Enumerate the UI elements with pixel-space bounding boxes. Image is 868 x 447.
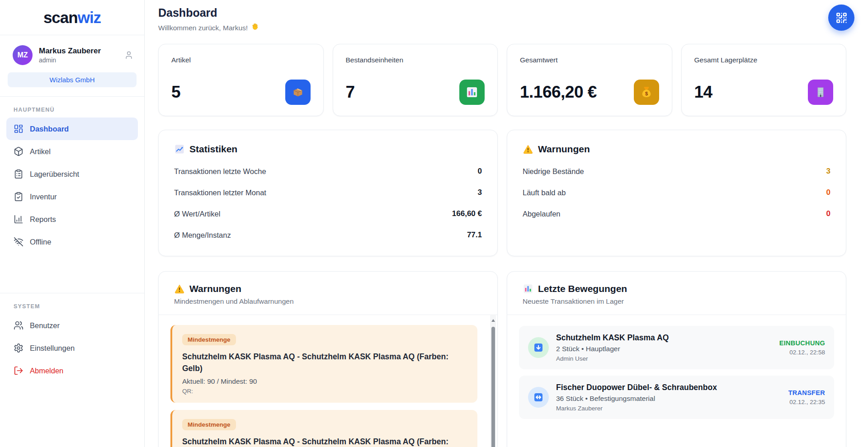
logout-icon bbox=[14, 366, 24, 376]
clipboard-list-icon bbox=[14, 169, 24, 179]
stat-card-bestandseinheiten: Bestandseinheiten 7 bbox=[333, 44, 498, 116]
sidebar-item-label: Dashboard bbox=[30, 125, 69, 133]
warnings-summary-panel: Warnungen Niedrige Bestände 3 Läuft bald… bbox=[507, 130, 846, 256]
company-pill[interactable]: Wizlabs GmbH bbox=[8, 72, 137, 87]
scrollbar-thumb[interactable] bbox=[491, 327, 495, 447]
kv-label: Ø Wert/Artikel bbox=[174, 210, 220, 218]
movement-date: 02.12., 22:58 bbox=[779, 349, 825, 356]
middle-panels-row: Statistiken Transaktionen letzte Woche 0… bbox=[158, 130, 846, 256]
sidebar-divider bbox=[0, 293, 144, 293]
bottom-panels-row: Warnungen Mindestmengen und Ablaufwarnun… bbox=[158, 271, 846, 447]
qr-scan-button[interactable] bbox=[828, 5, 854, 31]
stat-card-artikel: Artikel 5 bbox=[158, 44, 324, 116]
stat-row: Transaktionen letzter Monat 3 bbox=[174, 188, 482, 197]
warning-item-title: Schutzhelm KASK Plasma AQ - Schutzhelm K… bbox=[182, 436, 467, 447]
welcome-text: Willkommen zurück, Markus! bbox=[158, 24, 248, 32]
sidebar-item-inventur[interactable]: Inventur bbox=[6, 185, 138, 208]
sidebar-item-label: Lagerübersicht bbox=[30, 170, 79, 179]
nav-section-system-label: SYSTEM bbox=[14, 303, 144, 310]
dashboard-grid-icon bbox=[14, 124, 24, 134]
sidebar-item-reports[interactable]: Reports bbox=[6, 208, 138, 231]
sidebar-spacer bbox=[0, 253, 144, 293]
user-meta: Markus Zauberer admin bbox=[39, 47, 101, 64]
app-root: scanwiz MZ Markus Zauberer admin Wizlabs… bbox=[0, 0, 868, 447]
sidebar-item-label: Inventur bbox=[30, 193, 57, 201]
statistics-panel-title: Statistiken bbox=[174, 144, 482, 155]
sidebar-item-artikel[interactable]: Artikel bbox=[6, 140, 138, 163]
kv-label: Niedrige Bestände bbox=[523, 167, 584, 176]
warnings-list-panel: Warnungen Mindestmengen und Ablaufwarnun… bbox=[158, 271, 498, 447]
page-title: Dashboard bbox=[158, 6, 846, 19]
warnings-summary-title: Warnungen bbox=[523, 144, 830, 155]
user-profile-icon[interactable] bbox=[124, 51, 133, 60]
stat-card-gesamtwert: Gesamtwert 1.166,20 € $ bbox=[507, 44, 672, 116]
sidebar: scanwiz MZ Markus Zauberer admin Wizlabs… bbox=[0, 0, 145, 447]
money-bag-emoji-icon: $ bbox=[634, 80, 659, 105]
chart-increasing-emoji-icon bbox=[174, 144, 185, 155]
main-content: Dashboard Willkommen zurück, Markus! Art… bbox=[145, 0, 868, 447]
stat-cards-row: Artikel 5 Bestandseinheiten 7 bbox=[158, 44, 846, 116]
kv-value: 3 bbox=[478, 188, 482, 197]
scrollbar[interactable] bbox=[490, 315, 496, 447]
clipboard-check-icon bbox=[14, 192, 24, 202]
movement-type-badge: EINBUCHUNG bbox=[779, 339, 825, 347]
panel-title-text: Letzte Bewegungen bbox=[538, 283, 627, 294]
movement-title: Fischer Duopower Dübel- & Schraubenbox bbox=[556, 383, 781, 392]
stat-card-lagerplaetze: Gesamt Lagerplätze 14 bbox=[681, 44, 847, 116]
warning-emoji-icon bbox=[523, 144, 533, 155]
package-emoji-icon bbox=[285, 80, 311, 105]
bar-chart-emoji-icon bbox=[523, 283, 533, 294]
kv-label: Transaktionen letzter Monat bbox=[174, 188, 266, 197]
sidebar-item-label: Abmelden bbox=[30, 367, 63, 375]
sidebar-item-einstellungen[interactable]: Einstellungen bbox=[6, 337, 138, 359]
warning-badge: Mindestmenge bbox=[182, 419, 236, 430]
warning-list-item: Mindestmenge Schutzhelm KASK Plasma AQ -… bbox=[170, 410, 477, 447]
sidebar-item-label: Benutzer bbox=[30, 321, 60, 330]
movement-date: 02.12., 22:35 bbox=[788, 399, 825, 405]
panel-title-text: Warnungen bbox=[189, 283, 241, 294]
user-block: MZ Markus Zauberer admin bbox=[0, 35, 144, 65]
package-icon bbox=[14, 146, 24, 156]
sidebar-item-offline[interactable]: Offline bbox=[6, 231, 138, 253]
movement-right: TRANSFER 02.12., 22:35 bbox=[788, 389, 825, 405]
movement-title: Schutzhelm KASK Plasma AQ bbox=[556, 333, 772, 343]
movements-head: Letzte Bewegungen Neueste Transaktionen … bbox=[507, 272, 846, 315]
office-building-emoji-icon bbox=[808, 80, 833, 105]
warning-badge: Mindestmenge bbox=[182, 334, 236, 345]
user-name: Markus Zauberer bbox=[39, 47, 101, 56]
waving-hand-icon bbox=[251, 23, 259, 33]
qr-code-icon bbox=[835, 12, 848, 24]
warnings-list-subtitle: Mindestmengen und Ablaufwarnungen bbox=[174, 297, 482, 306]
sidebar-item-label: Einstellungen bbox=[30, 344, 75, 353]
stat-value: 5 bbox=[171, 83, 180, 102]
movement-row: Fischer Duopower Dübel- & Schraubenbox 3… bbox=[519, 376, 834, 419]
arrow-down-emoji-icon bbox=[528, 337, 549, 358]
svg-text:$: $ bbox=[645, 91, 647, 96]
arrow-left-right-emoji-icon bbox=[528, 387, 549, 408]
stat-value: 14 bbox=[694, 83, 712, 102]
scrollbar-up-arrow-icon[interactable] bbox=[491, 319, 495, 322]
stat-value: 1.166,20 € bbox=[520, 83, 597, 102]
stat-value: 7 bbox=[346, 83, 355, 102]
nav-main: Dashboard Artikel Lagerübersicht Inventu… bbox=[0, 118, 144, 253]
kv-value: 0 bbox=[478, 167, 482, 176]
movement-meta: 2 Stück • Hauptlager bbox=[556, 345, 772, 353]
sidebar-item-dashboard[interactable]: Dashboard bbox=[6, 118, 138, 140]
kv-value: 166,60 € bbox=[452, 209, 482, 218]
warning-list-item: Mindestmenge Schutzhelm KASK Plasma AQ -… bbox=[170, 325, 477, 403]
stat-row: Ø Menge/Instanz 77.1 bbox=[174, 231, 482, 240]
movement-right: EINBUCHUNG 02.12., 22:58 bbox=[779, 339, 825, 356]
warnings-scroll-list: Mindestmenge Schutzhelm KASK Plasma AQ -… bbox=[159, 315, 497, 447]
movement-info: Schutzhelm KASK Plasma AQ 2 Stück • Haup… bbox=[556, 333, 772, 362]
movement-meta: 36 Stück • Befestigungsmaterial bbox=[556, 395, 781, 403]
sidebar-item-abmelden[interactable]: Abmelden bbox=[6, 359, 138, 382]
kv-label: Ø Menge/Instanz bbox=[174, 231, 231, 240]
sidebar-item-benutzer[interactable]: Benutzer bbox=[6, 314, 138, 337]
movement-type-badge: TRANSFER bbox=[788, 389, 825, 396]
bar-chart-icon bbox=[14, 214, 24, 224]
sidebar-item-lageruebersicht[interactable]: Lagerübersicht bbox=[6, 163, 138, 185]
warnings-list-head: Warnungen Mindestmengen und Ablaufwarnun… bbox=[159, 272, 497, 315]
users-icon bbox=[14, 320, 24, 330]
movements-list: Schutzhelm KASK Plasma AQ 2 Stück • Haup… bbox=[507, 315, 846, 436]
warning-item-detail: Aktuell: 90 / Mindest: 90 bbox=[182, 377, 467, 386]
